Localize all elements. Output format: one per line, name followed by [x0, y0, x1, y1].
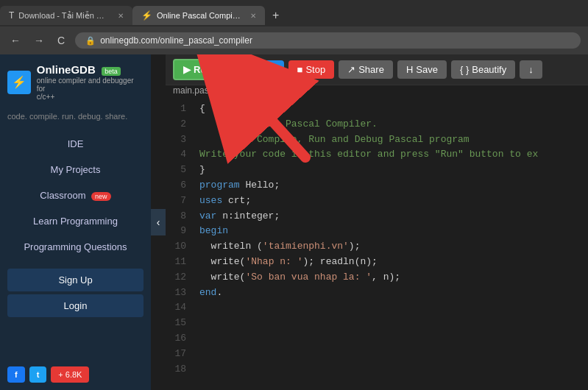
- sidebar-brand: OnlineGDB beta online compiler and debug…: [37, 63, 144, 101]
- code-line-13: writeln ('taimienphi.vn');: [199, 239, 581, 255]
- sidebar: ⚡ OnlineGDB beta online compiler and deb…: [0, 54, 151, 390]
- address-bar: ← → C 🔒 onlinegdb.com/online_pascal_comp…: [0, 26, 588, 54]
- back-button[interactable]: ←: [7, 33, 24, 48]
- code-line-16: end.: [199, 286, 581, 301]
- ln-18: 18: [171, 362, 186, 377]
- file-name: main.pas: [166, 85, 588, 96]
- forward-button[interactable]: →: [31, 33, 47, 48]
- ln-15: 15: [171, 316, 186, 331]
- ln-9: 9: [171, 224, 186, 239]
- ln-16: 16: [171, 331, 186, 347]
- sidebar-logo: ⚡: [7, 71, 31, 94]
- tab1-label: Download - Tải Miễn Phí VN - Pi...: [18, 11, 109, 21]
- main-layout: ⚡ OnlineGDB beta online compiler and deb…: [0, 54, 588, 390]
- stop-label: Stop: [305, 64, 325, 75]
- ln-2: 2: [171, 117, 186, 132]
- sidebar-item-learn[interactable]: Learn Programming: [0, 208, 151, 234]
- code-line-9: program Hello;: [199, 178, 581, 194]
- sidebar-collapse-button[interactable]: ‹: [151, 209, 166, 235]
- sidebar-nav: IDE My Projects Classroom new Learn Prog…: [0, 131, 151, 260]
- ln-4: 4: [171, 147, 186, 163]
- ln-13: 13: [171, 286, 186, 301]
- stop-icon: ■: [297, 64, 303, 75]
- save-icon: H: [406, 64, 413, 75]
- sidebar-header: ⚡ OnlineGDB beta online compiler and deb…: [0, 54, 151, 107]
- tab-2[interactable]: ⚡ Online Pascal Compiler - online... ✕: [132, 6, 265, 25]
- tab2-close[interactable]: ✕: [250, 12, 256, 20]
- ln-5: 5: [171, 163, 186, 178]
- brand-name: OnlineGDB beta: [37, 63, 144, 77]
- sidebar-tagline: code. compile. run. debug. share.: [0, 107, 151, 131]
- beautify-icon: { }: [460, 64, 469, 75]
- beautify-button[interactable]: { } Beautify: [451, 60, 515, 79]
- classroom-label: Classroom: [40, 190, 85, 201]
- login-button[interactable]: Login: [7, 294, 144, 317]
- url-bar[interactable]: 🔒 onlinegdb.com/online_pascal_compiler: [75, 32, 581, 49]
- share-label: Share: [358, 64, 384, 75]
- code-line-7: }: [199, 163, 581, 178]
- share-button[interactable]: + 6.8K: [51, 366, 89, 383]
- download-button[interactable]: ↓: [520, 60, 542, 79]
- facebook-button[interactable]: f: [7, 366, 25, 383]
- sidebar-social: f t + 6.8K: [0, 359, 151, 390]
- toolbar: ▶ Run ⊙ Debug ■ Stop ↗ Share H Save { } …: [166, 54, 588, 85]
- browser-chrome: T Download - Tải Miễn Phí VN - Pi... ✕ ⚡…: [0, 0, 588, 54]
- sidebar-item-projects[interactable]: My Projects: [0, 157, 151, 182]
- beta-badge: beta: [102, 67, 121, 76]
- sidebar-item-questions[interactable]: Programming Questions: [0, 234, 151, 260]
- share-icon: ↗: [347, 64, 355, 75]
- code-line-1: {: [199, 102, 581, 117]
- tab1-close[interactable]: ✕: [118, 12, 124, 20]
- ln-8: 8: [171, 209, 186, 224]
- code-editor[interactable]: 1 2 3 4 5 6 7 8 9 10 11 12 13 14 15 16 1…: [166, 96, 588, 390]
- ln-7: 7: [171, 194, 186, 209]
- new-badge: new: [91, 192, 111, 201]
- tab1-icon: T: [9, 10, 14, 21]
- ln-17: 17: [171, 347, 186, 362]
- new-tab-button[interactable]: +: [265, 4, 286, 26]
- sidebar-item-classroom[interactable]: Classroom new: [0, 182, 151, 208]
- debug-button[interactable]: ⊙ Debug: [227, 60, 283, 79]
- code-line-14: write('Nhap n: '); readln(n);: [199, 255, 581, 270]
- debug-label: Debug: [247, 64, 274, 75]
- stop-button[interactable]: ■ Stop: [288, 60, 335, 79]
- sidebar-desc2: c/c++: [37, 93, 144, 101]
- tab2-label: Online Pascal Compiler - online...: [157, 11, 241, 20]
- ln-14: 14: [171, 300, 186, 316]
- code-line-11: var n:integer;: [199, 209, 581, 224]
- lock-icon: 🔒: [85, 36, 96, 46]
- sidebar-desc1: online compiler and debugger for: [37, 77, 144, 93]
- code-line-10: uses crt;: [199, 194, 581, 209]
- ln-11: 11: [171, 255, 186, 270]
- sign-up-button[interactable]: Sign Up: [7, 269, 144, 291]
- run-icon: ▶: [183, 64, 191, 75]
- share-button[interactable]: ↗ Share: [339, 60, 393, 79]
- url-text: onlinegdb.com/online_pascal_compiler: [100, 35, 252, 46]
- sidebar-item-ide[interactable]: IDE: [0, 131, 151, 157]
- code-line-12: begin: [199, 224, 581, 239]
- twitter-button[interactable]: t: [29, 366, 47, 383]
- code-line-15: write('So ban vua nhap la: ', n);: [199, 270, 581, 286]
- save-button[interactable]: H Save: [397, 60, 447, 79]
- tab-bar: T Download - Tải Miễn Phí VN - Pi... ✕ ⚡…: [0, 0, 588, 26]
- code-content[interactable]: { Online Pascal Compiler. Code, Compile,…: [192, 96, 588, 390]
- ln-10: 10: [171, 239, 186, 255]
- brand-name-text: OnlineGDB: [37, 63, 96, 76]
- reload-button[interactable]: C: [54, 33, 68, 48]
- ln-12: 12: [171, 270, 186, 286]
- run-button[interactable]: ▶ Run: [173, 59, 222, 80]
- line-numbers: 1 2 3 4 5 6 7 8 9 10 11 12 13 14 15 16 1…: [166, 96, 192, 390]
- beautify-label: Beautify: [472, 64, 506, 75]
- tab2-icon: ⚡: [141, 10, 152, 21]
- debug-icon: ⊙: [235, 64, 244, 75]
- tab-1[interactable]: T Download - Tải Miễn Phí VN - Pi... ✕: [0, 6, 132, 25]
- ln-3: 3: [171, 132, 186, 148]
- code-line-3: Online Pascal Compiler.: [199, 117, 581, 132]
- logo-icon: ⚡: [12, 75, 26, 89]
- editor-area: ▶ Run ⊙ Debug ■ Stop ↗ Share H Save { } …: [166, 54, 588, 390]
- run-label: Run: [194, 64, 212, 75]
- code-line-5: Write your code in this editor and press…: [199, 147, 581, 163]
- code-line-4: Code, Compile, Run and Debug Pascal prog…: [199, 132, 581, 148]
- download-icon: ↓: [528, 64, 534, 75]
- ln-1: 1: [171, 102, 186, 117]
